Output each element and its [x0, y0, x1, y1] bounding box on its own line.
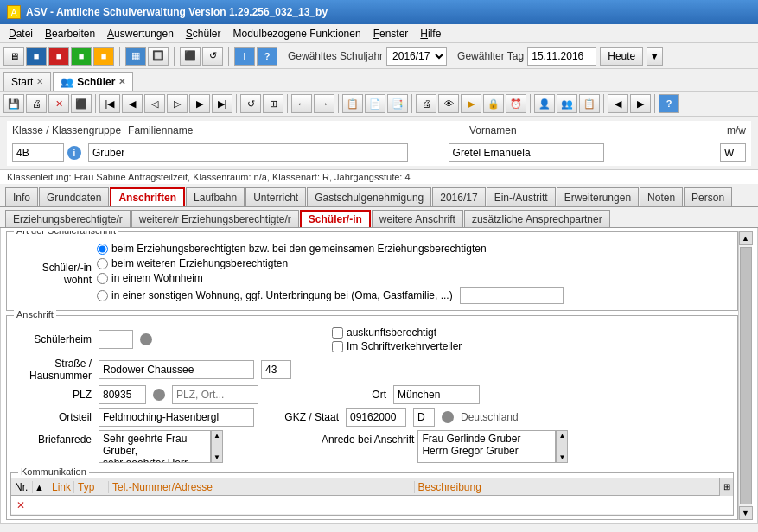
tb2-icon4[interactable]: ⬛	[71, 94, 92, 113]
briefanrede-scroll[interactable]: ▲ ▼	[211, 430, 223, 463]
sub-tab-weitere[interactable]: weitere Anschrift	[372, 210, 463, 227]
tb2-icon26[interactable]: 📋	[579, 94, 600, 113]
menu-bearbeiten[interactable]: Bearbeiten	[40, 26, 100, 41]
tb-icon-2[interactable]: ■	[26, 47, 47, 66]
plz-input[interactable]	[99, 385, 146, 404]
klasse-info-icon[interactable]: i	[67, 146, 81, 160]
schriftverkehr-checkbox[interactable]	[332, 341, 343, 352]
menu-schueler[interactable]: Schüler	[181, 26, 226, 41]
tb2-next2[interactable]: ▶	[189, 94, 210, 113]
tb2-preview[interactable]: 👁	[438, 94, 459, 113]
tb2-icon24[interactable]: 👤	[534, 94, 555, 113]
tb-icon-7[interactable]: 🔲	[148, 47, 169, 66]
tb2-back[interactable]: ←	[291, 94, 312, 113]
tb2-refresh[interactable]: ↺	[240, 94, 261, 113]
hausnr-input[interactable]	[261, 360, 291, 379]
tb2-next[interactable]: ▷	[167, 94, 188, 113]
heute-dropdown[interactable]: ▼	[647, 47, 663, 66]
tb2-icon21[interactable]: ▶	[461, 94, 481, 113]
tb-icon-1[interactable]: 🖥	[3, 47, 24, 66]
tb2-icon13[interactable]: ⊞	[263, 94, 283, 113]
nav-tab-anschriften[interactable]: Anschriften	[110, 187, 185, 206]
nav-tab-noten[interactable]: Noten	[640, 187, 683, 206]
auskunft-checkbox[interactable]	[332, 327, 343, 339]
schuljahr-select[interactable]: 2016/17	[386, 47, 447, 66]
plz-ort-input[interactable]	[172, 385, 258, 404]
scroll-down[interactable]: ▼	[739, 506, 753, 520]
komm-col-arrow[interactable]: ▲	[33, 482, 48, 492]
tb2-icon27[interactable]: ◀	[608, 94, 628, 113]
tab-start[interactable]: Start ✕	[3, 72, 51, 91]
tb2-copy[interactable]: 📋	[342, 94, 363, 113]
tb2-icon22[interactable]: 🔒	[483, 94, 504, 113]
nav-tab-einaustritt[interactable]: Ein-/Austritt	[487, 187, 556, 206]
tb2-print[interactable]: 🖨	[26, 94, 47, 113]
nav-tab-person[interactable]: Person	[684, 187, 732, 206]
sonstig-input[interactable]	[460, 287, 564, 304]
sub-tab-ansprechpartner[interactable]: zusätzliche Ansprechpartner	[464, 210, 610, 227]
komm-delete[interactable]: ✕	[15, 499, 29, 511]
ort-input[interactable]	[393, 385, 480, 404]
tb-help-icon[interactable]: ?	[257, 47, 277, 66]
radio-erziehung1[interactable]	[97, 244, 108, 255]
nav-tab-laufbahn[interactable]: Laufbahn	[186, 187, 245, 206]
briefanrede-textarea[interactable]: Sehr geehrte Frau Gruber, sehr geehrter …	[99, 430, 211, 463]
tb2-icon28[interactable]: ▶	[630, 94, 651, 113]
tab-start-close[interactable]: ✕	[36, 77, 43, 86]
tb-icon-4[interactable]: ■	[71, 47, 92, 66]
tb-icon-9[interactable]: ↺	[202, 47, 223, 66]
nav-tab-info[interactable]: Info	[5, 187, 38, 206]
tb2-first[interactable]: |◀	[99, 94, 120, 113]
strasse-input[interactable]	[99, 360, 254, 379]
nav-tab-2016[interactable]: 2016/17	[432, 187, 485, 206]
menu-datei[interactable]: Datei	[3, 26, 38, 41]
right-scrollbar[interactable]: ▲ ▼	[738, 231, 752, 520]
radio-wohnheim[interactable]	[97, 273, 108, 284]
radio-erziehung2[interactable]	[97, 258, 108, 269]
tb-icon-6[interactable]: ▦	[125, 47, 146, 66]
heute-button[interactable]: Heute	[600, 47, 643, 66]
tb-info-icon[interactable]: i	[234, 47, 255, 66]
nav-tab-grunddaten[interactable]: Grunddaten	[39, 187, 109, 206]
klasse-input[interactable]	[12, 143, 64, 162]
tb2-last[interactable]: ▶|	[212, 94, 232, 113]
tb-icon-3[interactable]: ■	[48, 47, 69, 66]
tb-icon-8[interactable]: ⬛	[180, 47, 201, 66]
sub-tab-erziehung2[interactable]: weitere/r Erziehungsberechtigte/r	[131, 210, 299, 227]
nav-tab-erweiterungen[interactable]: Erweiterungen	[557, 187, 639, 206]
tab-schueler[interactable]: 👥 Schüler ✕	[53, 72, 133, 91]
ortsteil-input[interactable]	[99, 408, 254, 427]
menu-hilfe[interactable]: Hilfe	[415, 26, 446, 41]
menu-modulbezogen[interactable]: Modulbezogene Funktionen	[228, 26, 366, 41]
tb2-icon25[interactable]: 👥	[557, 94, 577, 113]
tb2-help[interactable]: ?	[659, 94, 679, 113]
scroll-up[interactable]: ▲	[739, 231, 753, 245]
tb2-icon18[interactable]: 📑	[387, 94, 408, 113]
gkz-input[interactable]	[346, 408, 406, 427]
tb2-print2[interactable]: 🖨	[416, 94, 436, 113]
tb2-prev[interactable]: ◀	[122, 94, 143, 113]
tb2-icon23[interactable]: ⏰	[506, 94, 526, 113]
tb2-fwd[interactable]: →	[314, 94, 334, 113]
nav-tab-gastschul[interactable]: Gastschulgenehmigung	[307, 187, 431, 206]
tb2-paste[interactable]: 📄	[365, 94, 385, 113]
komm-expand[interactable]: ⊞	[719, 478, 733, 496]
menu-fenster[interactable]: Fenster	[368, 26, 414, 41]
tag-input[interactable]	[527, 47, 596, 66]
mw-input[interactable]	[720, 143, 746, 162]
anrede-textarea[interactable]: Frau Gerlinde Gruber Herrn Gregor Gruber	[417, 430, 556, 463]
staat-input[interactable]	[413, 408, 435, 427]
tb-icon-5[interactable]: ■	[93, 47, 114, 66]
nav-tab-unterricht[interactable]: Unterricht	[245, 187, 306, 206]
tb2-prev2[interactable]: ◁	[144, 94, 165, 113]
famname-input[interactable]	[88, 143, 408, 162]
menu-auswertungen[interactable]: Auswertungen	[102, 26, 179, 41]
radio-sonstig[interactable]	[97, 290, 108, 301]
sub-tab-erziehung1[interactable]: Erziehungsberechtigte/r	[5, 210, 131, 227]
tab-schueler-close[interactable]: ✕	[118, 77, 125, 86]
schülerheim-input[interactable]	[99, 330, 133, 349]
vornamen-input[interactable]	[449, 143, 604, 162]
anrede-scroll[interactable]: ▲ ▼	[556, 430, 568, 463]
tb2-save[interactable]: 💾	[3, 94, 24, 113]
tb2-delete[interactable]: ✕	[48, 94, 69, 113]
